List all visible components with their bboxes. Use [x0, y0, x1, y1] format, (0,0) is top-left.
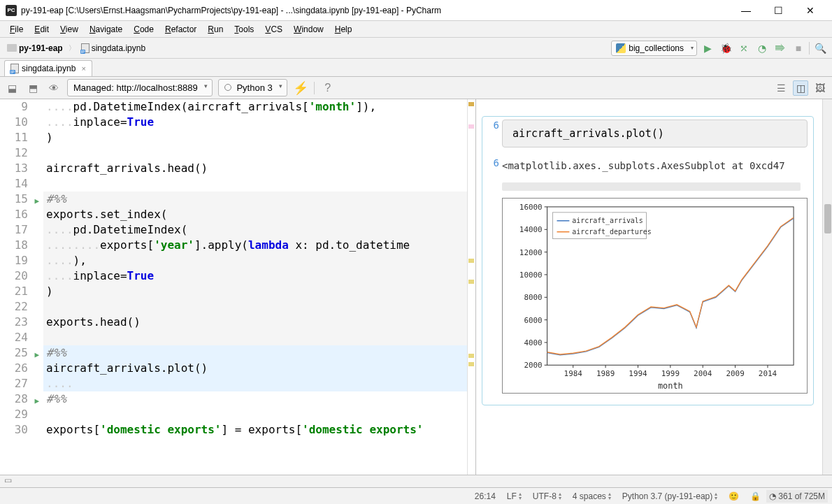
- tab-close-button[interactable]: ×: [81, 64, 85, 73]
- menu-window[interactable]: Window: [288, 22, 329, 36]
- svg-text:2000: 2000: [524, 361, 542, 370]
- code-line[interactable]: #%%: [43, 391, 467, 407]
- kernel-label: Python 3: [236, 82, 272, 93]
- menu-code[interactable]: Code: [128, 22, 159, 36]
- status-encoding[interactable]: UTF-8▴▾: [527, 491, 567, 501]
- code-editor[interactable]: 9101112131415▶16171819202122232425▶26272…: [0, 99, 475, 475]
- svg-text:2009: 2009: [726, 369, 744, 378]
- breadcrumb-project[interactable]: py-191-eap: [4, 42, 66, 55]
- titlebar: PC py-191-eap [C:\Users\Ernst.Haagsman\P…: [0, 0, 832, 21]
- window-title: py-191-eap [C:\Users\Ernst.Haagsman\Pych…: [21, 6, 730, 15]
- toggle-output-button[interactable]: 👁: [46, 80, 62, 96]
- code-line[interactable]: ....: [43, 376, 467, 391]
- code-line[interactable]: ....),: [43, 253, 467, 268]
- menu-refactor[interactable]: Refactor: [159, 22, 202, 36]
- python-icon: [616, 43, 626, 53]
- svg-text:month: month: [658, 381, 683, 391]
- code-line[interactable]: ....pd.DatetimeIndex(aircraft_arrivals['…: [43, 99, 467, 115]
- profile-button[interactable]: ◔: [754, 41, 770, 56]
- code-line[interactable]: aircraft_arrivals.plot(): [43, 361, 467, 376]
- debug-button[interactable]: 🐞: [718, 41, 733, 56]
- code-line[interactable]: [43, 176, 467, 192]
- help-button[interactable]: ?: [320, 80, 336, 96]
- scrollbar-thumb[interactable]: [824, 204, 831, 233]
- kernel-dropdown[interactable]: Python 3: [218, 79, 287, 96]
- svg-text:2014: 2014: [759, 369, 777, 378]
- code-line[interactable]: exports.head(): [43, 315, 467, 330]
- menu-help[interactable]: Help: [329, 22, 358, 36]
- breadcrumb-sep-icon: 〉: [69, 43, 76, 53]
- maximize-button[interactable]: ☐: [762, 1, 794, 20]
- code-line[interactable]: [43, 299, 467, 315]
- svg-text:12000: 12000: [519, 248, 543, 257]
- tool-window-bar[interactable]: ▭: [0, 475, 832, 487]
- menu-vcs[interactable]: VCS: [259, 22, 288, 36]
- status-indent[interactable]: 4 spaces▴▾: [567, 491, 617, 501]
- stop-button[interactable]: ■: [791, 41, 806, 56]
- add-cell-below-button[interactable]: ⬓: [4, 80, 20, 96]
- code-line[interactable]: [43, 407, 467, 422]
- breadcrumb-file-label: singdata.ipynb: [92, 43, 145, 53]
- ipynb-icon: [81, 43, 89, 53]
- status-line-sep[interactable]: LF▴▾: [501, 491, 527, 501]
- add-cell-above-button[interactable]: ⬒: [25, 80, 41, 96]
- code-body[interactable]: ....pd.DatetimeIndex(aircraft_arrivals['…: [43, 99, 467, 475]
- concurrency-button[interactable]: ⭆: [773, 41, 788, 56]
- svg-text:10000: 10000: [519, 271, 543, 280]
- close-button[interactable]: ✕: [794, 1, 826, 20]
- view-split-button[interactable]: ◫: [793, 80, 808, 96]
- svg-text:1994: 1994: [629, 369, 647, 378]
- status-cursor-pos[interactable]: 26:14: [469, 491, 501, 501]
- code-line[interactable]: exports['domestic exports'] = exports['d…: [43, 422, 467, 438]
- status-lock-icon[interactable]: 🔒: [745, 491, 766, 501]
- menu-run[interactable]: Run: [202, 22, 229, 36]
- interrupt-kernel-button[interactable]: ⚡: [293, 80, 308, 96]
- code-line[interactable]: aircraft_arrivals.head(): [43, 161, 467, 176]
- gutter: 9101112131415▶16171819202122232425▶26272…: [0, 99, 43, 475]
- view-list-button[interactable]: ☰: [773, 80, 789, 96]
- code-line[interactable]: ........exports['year'].apply(lambda x: …: [43, 238, 467, 253]
- code-line[interactable]: exports.set_index(: [43, 207, 467, 222]
- menu-tools[interactable]: Tools: [229, 22, 259, 36]
- code-line[interactable]: ): [43, 130, 467, 145]
- code-line[interactable]: [43, 330, 467, 345]
- breadcrumb: py-191-eap 〉 singdata.ipynb: [4, 42, 148, 55]
- svg-text:1999: 1999: [661, 369, 680, 378]
- cell-out-prompt: 6: [488, 157, 502, 174]
- code-line[interactable]: #%%: [43, 345, 467, 361]
- status-interpreter[interactable]: Python 3.7 (py-191-eap)▴▾: [617, 491, 723, 501]
- code-line[interactable]: ): [43, 284, 467, 299]
- minimize-button[interactable]: —: [730, 1, 762, 20]
- code-line[interactable]: ....inplace=True: [43, 268, 467, 284]
- cell-output-text: <matplotlib.axes._subplots.AxesSubplot a…: [502, 157, 808, 174]
- menu-file[interactable]: File: [4, 22, 29, 36]
- menu-view[interactable]: View: [55, 22, 84, 36]
- coverage-button[interactable]: ⤱: [736, 41, 752, 56]
- svg-text:4000: 4000: [524, 338, 542, 347]
- code-line[interactable]: ....pd.DatetimeIndex(: [43, 222, 467, 238]
- svg-text:aircraft_arrivals: aircraft_arrivals: [572, 217, 643, 225]
- chart-svg: 2000400060008000100001200014000160001984…: [503, 199, 807, 393]
- vertical-scrollbar[interactable]: [822, 99, 832, 475]
- ipynb-icon: [10, 64, 19, 73]
- search-everywhere-button[interactable]: 🔍: [812, 41, 828, 56]
- svg-text:8000: 8000: [524, 293, 542, 302]
- app-icon: PC: [6, 5, 17, 16]
- code-line[interactable]: ....inplace=True: [43, 115, 467, 130]
- editor-tab[interactable]: singdata.ipynb ×: [4, 60, 92, 76]
- menu-edit[interactable]: Edit: [29, 22, 55, 36]
- run-button[interactable]: ▶: [700, 41, 715, 56]
- status-inspector-icon[interactable]: 🙂: [723, 491, 745, 501]
- code-line[interactable]: #%%: [43, 192, 467, 207]
- run-config-dropdown[interactable]: big_collections: [611, 41, 697, 56]
- menu-navigate[interactable]: Navigate: [84, 22, 128, 36]
- cell-scrollbar[interactable]: [502, 182, 801, 191]
- breadcrumb-file[interactable]: singdata.ipynb: [78, 42, 148, 55]
- status-memory[interactable]: ◔ 361 of 725M: [766, 490, 828, 503]
- bottom-left-icon[interactable]: ▭: [0, 474, 16, 487]
- server-dropdown[interactable]: Managed: http://localhost:8889: [67, 79, 213, 96]
- editor-tabbar: singdata.ipynb ×: [0, 59, 832, 77]
- code-line[interactable]: [43, 145, 467, 161]
- marker-strip[interactable]: [467, 99, 475, 475]
- view-image-button[interactable]: 🖼: [812, 80, 828, 96]
